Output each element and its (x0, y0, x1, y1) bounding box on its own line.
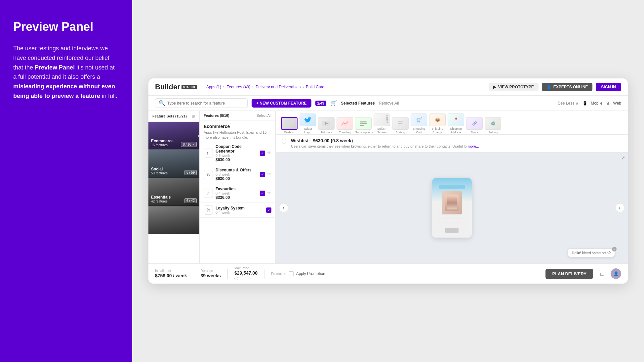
thumb-subscriptions[interactable]: Subscriptions (355, 117, 372, 134)
svg-rect-2 (285, 125, 290, 126)
max-price-label: Max Price (234, 266, 258, 270)
feature-item-coupon[interactable]: 🏷 Coupon Code Generator 0.8 week $630.00… (200, 142, 275, 165)
thumb-sorting-label: Sorting (396, 131, 405, 134)
svg-rect-7 (360, 125, 364, 126)
thumb-shippingaddress-img: 📍 (448, 113, 464, 126)
thumb-share[interactable]: 🔗 Share (466, 117, 483, 134)
avatar[interactable]: 👤 (611, 268, 621, 279)
thumb-splash[interactable]: Splash Splash Screen (374, 113, 390, 134)
sign-in-button[interactable]: SIGN IN (596, 83, 621, 91)
header-actions: ▶ VIEW PROTOTYPE 👤 EXPERTS ONLINE SIGN I… (489, 83, 621, 91)
discounts-checkbox[interactable]: ✓ (260, 172, 265, 177)
thumb-wishlist-label: Wishlist (284, 131, 295, 134)
new-custom-feature-button[interactable]: + NEW CUSTOM FEATURE (252, 99, 311, 108)
phone-product-image (442, 191, 462, 214)
thumb-wishlist-img (281, 117, 298, 130)
features-list-header-row: Features (8/16) Select All (200, 111, 275, 120)
experts-label: EXPERTS ONLINE (553, 85, 588, 89)
see-less-button[interactable]: See Less ∧ (558, 101, 579, 106)
search-input[interactable] (167, 101, 244, 106)
view-prototype-label: VIEW PROTOTYPE (498, 85, 534, 89)
mobile-label[interactable]: Mobile (591, 101, 602, 106)
phone-screen (432, 178, 472, 238)
thumb-twitter[interactable]: Twitter Login (300, 113, 316, 134)
feature-sets-header: Feature Sets (15/21) ⊕ (148, 111, 199, 122)
thumb-twitter-label: Twitter Login (300, 127, 316, 134)
feature-item-discounts[interactable]: % Discounts & Offers 0.8 week $630.00 ✓ … (200, 165, 275, 184)
favourites-eye-icon[interactable]: 👁 (267, 191, 271, 196)
app-footer: Installment $758.00 / week Duration 39 w… (148, 263, 628, 284)
thumb-shippingaddress[interactable]: 📍 Shipping Address (448, 113, 464, 134)
feature-set-ecommerce[interactable]: Ecommerce 16 features 8 / 16 ✓ › (148, 122, 199, 150)
close-chat-button[interactable]: ✕ (612, 247, 617, 251)
chevron-right-icon: › (198, 133, 199, 138)
thumb-setting-label: Setting (488, 131, 498, 134)
preview-top: Wishlist Twitter Login Tut (276, 111, 628, 135)
thumb-subscriptions-label: Subscriptions (355, 131, 372, 134)
max-price-value: $29,547.00 (234, 270, 258, 276)
chat-bubble: Hello! Need some help? ✕ (568, 249, 615, 257)
favourites-checkbox[interactable]: ✓ (260, 191, 265, 196)
feature-info-title: Wishlist - $630.00 (0.8 week) (291, 138, 623, 143)
view-prototype-button[interactable]: ▶ VIEW PROTOTYPE (489, 83, 539, 91)
loyalty-checkbox[interactable]: ✓ (266, 207, 271, 213)
footer-installment: Installment $758.00 / week (155, 269, 187, 278)
fs-social-badge: 8 / 59 (184, 170, 197, 175)
thumb-subscriptions-img (355, 117, 372, 130)
view-toggle: 📱 Mobile 🖥 Web (583, 101, 621, 106)
feature-set-more[interactable] (148, 206, 199, 234)
expand-button[interactable]: ⤢ (621, 155, 625, 160)
breadcrumb-delivery[interactable]: Delivery and Deliverables (256, 85, 301, 89)
experts-icon: 👤 (546, 85, 551, 89)
breadcrumb-buildcard[interactable]: Build Card (306, 85, 324, 89)
heart-icon[interactable]: ♡ (281, 138, 287, 146)
favourites-duration: 0.4 week (216, 191, 257, 195)
thumb-wishlist[interactable]: Wishlist (281, 117, 298, 134)
search-box[interactable]: 🔍 (155, 98, 248, 108)
svg-rect-5 (360, 121, 367, 122)
logo-text: Builder (155, 83, 180, 91)
feature-set-social[interactable]: Social 59 features 8 / 59 (148, 150, 199, 178)
discounts-eye-icon[interactable]: 👁 (267, 172, 271, 177)
preview-nav-left-button[interactable]: ‹ (279, 203, 288, 212)
breadcrumb-features[interactable]: Features (49) (226, 85, 250, 89)
select-all-link[interactable]: Select All (257, 113, 271, 117)
experts-online-button[interactable]: 👤 EXPERTS ONLINE (542, 83, 593, 91)
thumb-tutorials[interactable]: Tutorials (318, 117, 335, 134)
thumb-shippingcharge-label: Shipping Charge (429, 127, 446, 134)
coupon-name: Coupon Code Generator (216, 144, 257, 154)
coupon-eye-icon[interactable]: 👁 (267, 151, 271, 156)
web-label[interactable]: Web (613, 101, 621, 106)
footer-divider-2 (227, 269, 228, 279)
feature-item-loyalty[interactable]: % Loyalty System 0.4 week ✓ (200, 203, 275, 218)
thumb-setting[interactable]: ⚙️ Setting (485, 117, 501, 134)
feature-item-favourites[interactable]: ☆ Favourites 0.4 week $336.00 ✓ 👁 (200, 184, 275, 203)
coupon-checkbox[interactable]: ✓ (260, 151, 265, 156)
plan-delivery-button[interactable]: PLAN DELIVERY (545, 269, 593, 279)
feature-sets-column: Feature Sets (15/21) ⊕ Ecommerce 16 feat… (148, 111, 200, 263)
thumb-shippingcharge-img: 📦 (429, 113, 446, 126)
toolbar: 🔍 + NEW CUSTOM FEATURE 1/49 🛒 Selected F… (148, 96, 628, 111)
footer-divider-3 (264, 269, 264, 279)
discounts-price: $630.00 (216, 176, 257, 181)
discounts-duration: 0.8 week (216, 172, 257, 176)
features-category-name: Ecommerce (204, 124, 271, 129)
breadcrumb-apps[interactable]: Apps (1) (206, 85, 221, 89)
thumb-shoppingcart[interactable]: 🛒 Shopping Cart (411, 113, 427, 134)
duration-value: 39 weeks (201, 273, 221, 278)
remove-all-link[interactable]: Remove All (379, 101, 399, 106)
feature-set-essentials[interactable]: Essentials 42 features 6 / 42 (148, 178, 199, 206)
footer-max-price: Max Price $29,547.00 ⓘ (234, 266, 258, 281)
share-icon[interactable]: ⊏ (600, 271, 604, 277)
chat-text: Hello! Need some help? (572, 251, 611, 255)
preview-area: ‹ (276, 153, 628, 263)
promotion-checkbox[interactable] (289, 271, 294, 276)
feature-more-link[interactable]: more... (468, 144, 479, 148)
preview-nav-right-button[interactable]: › (615, 203, 624, 212)
coupon-duration: 0.8 week (216, 154, 257, 158)
thumb-trending[interactable]: Trending (337, 117, 353, 134)
thumb-sorting-img (392, 117, 409, 130)
thumb-shippingcharge[interactable]: 📦 Shipping Charge (429, 113, 446, 134)
svg-rect-0 (285, 120, 294, 122)
thumb-sorting[interactable]: Sorting (392, 117, 409, 134)
